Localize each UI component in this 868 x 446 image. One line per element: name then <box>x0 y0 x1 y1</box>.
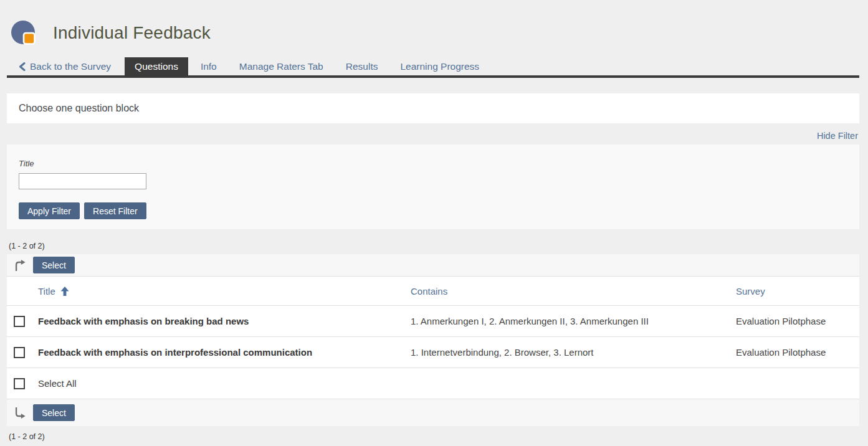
table-header-row: Title Contains Survey <box>7 277 859 306</box>
question-pool-pie-chart-icon <box>11 21 36 45</box>
row-title: Feedback with emphasis on interprofessio… <box>38 347 411 358</box>
hide-filter-link[interactable]: Hide Filter <box>817 131 858 141</box>
column-header-title[interactable]: Title <box>38 286 69 297</box>
tab-results[interactable]: Results <box>336 57 388 75</box>
app-header: Individual Feedback <box>0 0 868 57</box>
filter-toggle-row: Hide Filter <box>7 123 859 145</box>
table-toolbar-bottom: Select <box>7 399 859 426</box>
select-button-bottom[interactable]: Select <box>33 404 75 421</box>
tab-learning-progress[interactable]: Learning Progress <box>390 57 489 75</box>
row-checkbox[interactable] <box>14 347 25 358</box>
table-toolbar-top: Select <box>7 254 859 277</box>
filter-title-input[interactable] <box>19 173 146 189</box>
select-all-checkbox[interactable] <box>14 378 25 389</box>
pagination-bottom: (1 - 2 of 2) <box>9 432 859 441</box>
tab-bar: Back to the Survey Questions Info Manage… <box>7 57 859 78</box>
apply-selection-arrow-down-icon <box>14 407 26 419</box>
select-all-label: Select All <box>38 378 411 389</box>
row-survey: Evaluation Pilotphase <box>736 316 859 326</box>
select-all-row: Select All <box>7 368 859 399</box>
row-survey: Evaluation Pilotphase <box>736 347 859 358</box>
tab-questions[interactable]: Questions <box>125 57 188 75</box>
section-title: Choose one question block <box>19 103 139 114</box>
filter-panel: Title Apply Filter Reset Filter <box>7 145 859 229</box>
page-title: Individual Feedback <box>53 23 211 43</box>
sort-ascending-arrow-icon <box>60 287 69 296</box>
reset-filter-button[interactable]: Reset Filter <box>84 202 146 219</box>
table-row: Feedback with emphasis on breaking bad n… <box>7 306 859 337</box>
back-to-survey-link[interactable]: Back to the Survey <box>19 57 111 75</box>
select-button-top[interactable]: Select <box>33 257 75 273</box>
question-blocks-table: Select Title Contains Survey Feedback <box>7 254 859 426</box>
chevron-left-icon <box>19 62 26 71</box>
column-header-contains[interactable]: Contains <box>411 286 447 297</box>
apply-selection-arrow-up-icon <box>14 259 26 272</box>
row-contains: 1. Internetverbindung, 2. Browser, 3. Le… <box>411 347 736 358</box>
back-link-label: Back to the Survey <box>30 61 111 72</box>
apply-filter-button[interactable]: Apply Filter <box>19 202 80 219</box>
tab-manage-raters[interactable]: Manage Raters Tab <box>229 57 333 75</box>
filter-title-label: Title <box>19 159 859 168</box>
tab-info[interactable]: Info <box>191 57 227 75</box>
section-title-panel: Choose one question block <box>7 93 859 123</box>
row-contains: 1. Anmerkungen I, 2. Anmerkungen II, 3. … <box>411 316 736 326</box>
table-row: Feedback with emphasis on interprofessio… <box>7 337 859 368</box>
row-checkbox[interactable] <box>14 316 25 327</box>
pagination-top: (1 - 2 of 2) <box>9 242 859 250</box>
column-header-survey[interactable]: Survey <box>736 286 765 297</box>
row-title: Feedback with emphasis on breaking bad n… <box>38 316 411 326</box>
